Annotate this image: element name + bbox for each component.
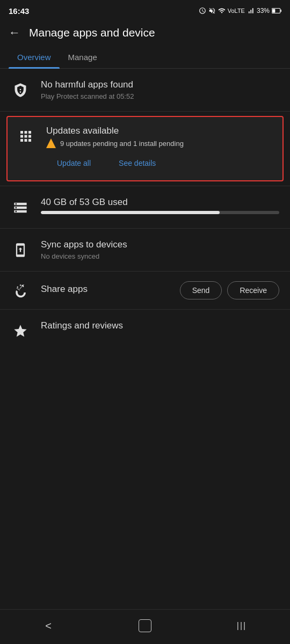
play-protect-title: No harmful apps found — [41, 79, 279, 90]
see-details-button[interactable]: See details — [108, 155, 166, 172]
volume-icon — [208, 7, 216, 14]
nav-home-button[interactable] — [129, 616, 161, 635]
nav-back-button[interactable]: < — [32, 616, 64, 635]
receive-button[interactable]: Receive — [227, 281, 279, 299]
updates-section: Updates available 9 updates pending and … — [6, 116, 284, 181]
shield-icon — [11, 80, 30, 100]
update-all-button[interactable]: Update all — [46, 155, 102, 172]
share-buttons: Send Receive — [180, 281, 279, 299]
status-bar: 16:43 VoLTE 33% — [0, 0, 290, 19]
ratings-icon — [11, 321, 30, 341]
warning-triangle-icon — [46, 138, 56, 148]
storage-title: 40 GB of 53 GB used — [41, 197, 279, 208]
status-time: 16:43 — [9, 6, 29, 16]
signal-icon — [247, 7, 255, 14]
content-area: No harmful apps found Play Protect scann… — [0, 69, 290, 609]
page-title: Manage apps and device — [29, 26, 155, 39]
storage-icon — [11, 198, 30, 217]
storage-bar-fill — [41, 211, 220, 214]
sync-icon — [11, 240, 30, 260]
updates-actions: Update all See details — [46, 155, 274, 172]
ratings-title: Ratings and reviews — [41, 320, 279, 331]
status-icons: VoLTE 33% — [199, 7, 281, 14]
sync-section: Sync apps to devices No devices synced — [0, 229, 290, 271]
sync-title: Sync apps to devices — [41, 239, 279, 250]
battery-label: 33% — [257, 7, 270, 14]
nav-recent-icon: ||| — [237, 621, 247, 631]
storage-section: 40 GB of 53 GB used — [0, 186, 290, 228]
signal-label: VoLTE — [228, 8, 245, 14]
svg-rect-1 — [281, 10, 282, 12]
ratings-text: Ratings and reviews — [41, 320, 279, 333]
updates-text: Updates available 9 updates pending and … — [46, 126, 274, 172]
play-protect-section: No harmful apps found Play Protect scann… — [0, 69, 290, 111]
tab-manage[interactable]: Manage — [60, 46, 106, 68]
updates-icon — [16, 127, 35, 146]
battery-icon — [272, 8, 281, 14]
updates-title: Updates available — [46, 126, 274, 136]
updates-warning: 9 updates pending and 1 install pending — [60, 140, 184, 148]
alarm-icon — [199, 7, 206, 14]
warning-row: 9 updates pending and 1 install pending — [46, 138, 274, 148]
share-section: Share apps Send Receive — [0, 272, 290, 309]
storage-bar — [41, 211, 279, 214]
sync-subtitle: No devices synced — [41, 252, 279, 260]
play-protect-subtitle: Play Protect scanned at 05:52 — [41, 92, 279, 100]
wifi-icon — [218, 7, 226, 14]
tab-overview[interactable]: Overview — [9, 46, 60, 68]
nav-recent-button[interactable]: ||| — [226, 616, 258, 635]
share-text: Share apps — [41, 284, 169, 297]
play-protect-text: No harmful apps found Play Protect scann… — [41, 79, 279, 100]
share-title: Share apps — [41, 284, 169, 295]
ratings-section: Ratings and reviews — [0, 310, 290, 352]
divider-1 — [0, 111, 290, 112]
header: ← Manage apps and device — [0, 19, 290, 46]
svg-rect-2 — [272, 9, 275, 13]
send-button[interactable]: Send — [180, 281, 222, 299]
share-icon — [11, 281, 30, 301]
nav-home-icon — [139, 619, 151, 632]
tab-bar: Overview Manage — [0, 46, 290, 69]
nav-bar: < ||| — [0, 609, 290, 644]
nav-back-icon: < — [45, 620, 52, 632]
storage-text: 40 GB of 53 GB used — [41, 197, 279, 214]
back-button[interactable]: ← — [9, 26, 20, 40]
sync-text: Sync apps to devices No devices synced — [41, 239, 279, 260]
